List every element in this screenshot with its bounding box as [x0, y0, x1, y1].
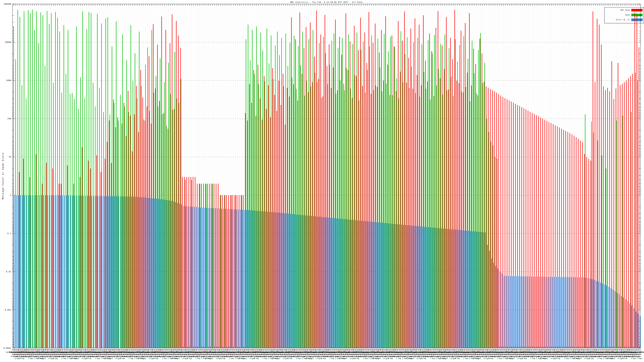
svg-text:10: 10 — [9, 156, 11, 158]
svg-text:0.1: 0.1 — [8, 233, 11, 235]
svg-text:100000: 100000 — [4, 3, 11, 5]
svg-text:1: 1 — [10, 194, 11, 196]
horizontal-gridlines — [12, 42, 640, 310]
svg-text:10000: 10000 — [5, 41, 11, 43]
svg-text:0.0001: 0.0001 — [4, 347, 11, 349]
svg-text:1000: 1000 — [6, 79, 11, 81]
svg-text:100: 100 — [8, 118, 11, 120]
plot-border — [12, 4, 640, 348]
svg-text:0.01: 0.01 — [6, 271, 11, 273]
plot-area: 1000001000010001001010.10.010.0010.0001 — [0, 0, 644, 362]
y-axis-ticks — [12, 4, 640, 348]
y-tick-labels: 1000001000010001001010.10.010.0010.0001 — [4, 3, 11, 349]
svg-text:0.001: 0.001 — [5, 309, 11, 311]
